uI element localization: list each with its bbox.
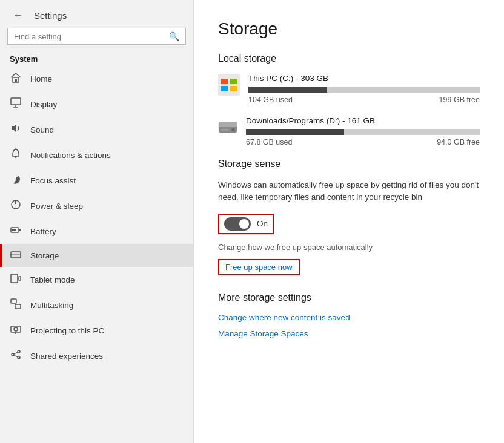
local-storage-title: Local storage <box>218 53 480 64</box>
drive-item-0: This PC (C:) - 303 GB 104 GB used 199 GB… <box>218 74 480 104</box>
svg-rect-29 <box>230 79 237 84</box>
drive-used-0: 104 GB used <box>248 96 293 104</box>
svg-rect-15 <box>11 274 18 283</box>
svg-rect-18 <box>15 304 21 309</box>
sidebar-item-label-projecting: Projecting to this PC <box>30 326 184 335</box>
svg-point-23 <box>18 356 20 359</box>
toggle-knob <box>239 219 249 229</box>
sidebar-item-label-storage: Storage <box>30 251 184 260</box>
storage-sense-toggle[interactable] <box>224 217 251 231</box>
progress-bar-fill-0 <box>248 87 327 93</box>
svg-rect-31 <box>230 86 237 91</box>
drive-item-1: Downloads/Programs (D:) - 161 GB 67.8 GB… <box>218 116 480 146</box>
drive-stats-0: 104 GB used 199 GB free <box>248 96 480 104</box>
shared-icon <box>10 349 22 363</box>
free-up-space-button[interactable]: Free up space now <box>218 259 300 275</box>
drive-icon-container <box>218 116 237 137</box>
svg-rect-16 <box>19 277 21 280</box>
sidebar-title: Settings <box>34 10 67 21</box>
sidebar-item-shared[interactable]: Shared experiences <box>0 343 193 369</box>
drive-stats-1: 67.8 GB used 94.0 GB free <box>246 138 480 146</box>
projecting-icon <box>10 324 22 337</box>
sidebar-item-tablet[interactable]: Tablet mode <box>0 267 193 292</box>
sidebar-item-label-power: Power & sleep <box>30 202 184 211</box>
sidebar-item-label-focus: Focus assist <box>30 176 184 185</box>
drive-info-1: Downloads/Programs (D:) - 161 GB 67.8 GB… <box>246 116 480 146</box>
drives-container: This PC (C:) - 303 GB 104 GB used 199 GB… <box>218 74 480 146</box>
more-link-1[interactable]: Manage Storage Spaces <box>218 329 480 338</box>
drive-free-1: 94.0 GB free <box>437 138 480 146</box>
sidebar-header: ← Settings <box>0 0 193 28</box>
sidebar-item-label-display: Display <box>30 100 184 109</box>
sidebar-item-label-notifications: Notifications & actions <box>30 151 184 160</box>
storage-sense-toggle-row[interactable]: On <box>218 214 274 234</box>
multitasking-icon <box>10 298 22 312</box>
sidebar-item-sound[interactable]: Sound <box>0 117 193 142</box>
battery-icon <box>10 225 22 238</box>
sidebar-item-battery[interactable]: Battery <box>0 218 193 244</box>
change-link: Change how we free up space automaticall… <box>218 243 480 252</box>
display-icon <box>10 97 22 111</box>
svg-point-22 <box>18 350 20 353</box>
sidebar-item-label-tablet: Tablet mode <box>30 275 184 284</box>
search-input[interactable] <box>14 32 164 41</box>
sidebar-item-label-multitasking: Multitasking <box>30 301 184 310</box>
drive-icon-container <box>218 74 240 97</box>
system-section-label: System <box>0 50 193 66</box>
sidebar-item-label-sound: Sound <box>30 125 184 134</box>
notifications-icon <box>10 148 22 162</box>
svg-rect-12 <box>12 229 16 231</box>
page-title: Storage <box>218 19 480 39</box>
sidebar-item-storage[interactable]: Storage <box>0 244 193 267</box>
svg-marker-5 <box>12 124 16 133</box>
svg-rect-28 <box>220 79 228 84</box>
sidebar-item-display[interactable]: Display <box>0 91 193 117</box>
storage-sense-title: Storage sense <box>218 159 480 169</box>
sidebar-item-multitasking[interactable]: Multitasking <box>0 292 193 318</box>
hdd-drive-icon <box>218 119 237 136</box>
svg-rect-1 <box>15 79 17 82</box>
drive-free-0: 199 GB free <box>439 96 480 104</box>
nav-container: HomeDisplaySoundNotifications & actionsF… <box>0 66 193 369</box>
more-storage-title: More storage settings <box>218 292 480 303</box>
sidebar-item-power[interactable]: Power & sleep <box>0 193 193 218</box>
drive-name-0: This PC (C:) - 303 GB <box>248 74 480 83</box>
toggle-on-label: On <box>257 219 268 228</box>
windows-drive-icon <box>218 74 240 96</box>
more-links-container: Change where new content is savedManage … <box>218 313 480 338</box>
svg-rect-35 <box>220 129 228 131</box>
progress-bar-bg-1 <box>246 129 480 135</box>
drive-name-1: Downloads/Programs (D:) - 161 GB <box>246 116 480 125</box>
drive-used-1: 67.8 GB used <box>246 138 292 146</box>
sidebar-item-home[interactable]: Home <box>0 66 193 91</box>
svg-rect-33 <box>219 122 237 127</box>
svg-point-34 <box>231 128 234 131</box>
svg-rect-30 <box>220 86 228 91</box>
search-box[interactable]: 🔍 <box>7 28 186 45</box>
more-link-0[interactable]: Change where new content is saved <box>218 313 480 322</box>
storage-icon <box>10 250 22 261</box>
sidebar-item-projecting[interactable]: Projecting to this PC <box>0 318 193 343</box>
focus-icon <box>10 174 22 187</box>
sidebar: ← Settings 🔍 System HomeDisplaySoundNoti… <box>0 0 194 443</box>
home-icon <box>10 72 22 85</box>
sidebar-item-label-shared: Shared experiences <box>30 352 184 361</box>
sidebar-item-label-home: Home <box>30 74 184 84</box>
storage-sense-description: Windows can automatically free up space … <box>218 179 480 204</box>
sidebar-item-focus[interactable]: Focus assist <box>0 168 193 193</box>
svg-line-26 <box>14 355 18 357</box>
svg-rect-11 <box>19 229 21 231</box>
sound-icon <box>10 123 22 136</box>
svg-point-21 <box>14 327 18 331</box>
svg-rect-27 <box>218 74 240 96</box>
progress-bar-fill-1 <box>246 129 344 135</box>
main-content: Storage Local storage This PC (C:) - 303… <box>194 0 504 443</box>
sidebar-item-notifications[interactable]: Notifications & actions <box>0 142 193 168</box>
search-icon: 🔍 <box>169 31 179 41</box>
sidebar-item-label-battery: Battery <box>30 227 184 236</box>
drive-info-0: This PC (C:) - 303 GB 104 GB used 199 GB… <box>248 74 480 104</box>
power-icon <box>10 199 22 212</box>
back-button[interactable]: ← <box>10 8 27 22</box>
svg-rect-2 <box>11 98 21 105</box>
svg-point-24 <box>12 353 14 356</box>
